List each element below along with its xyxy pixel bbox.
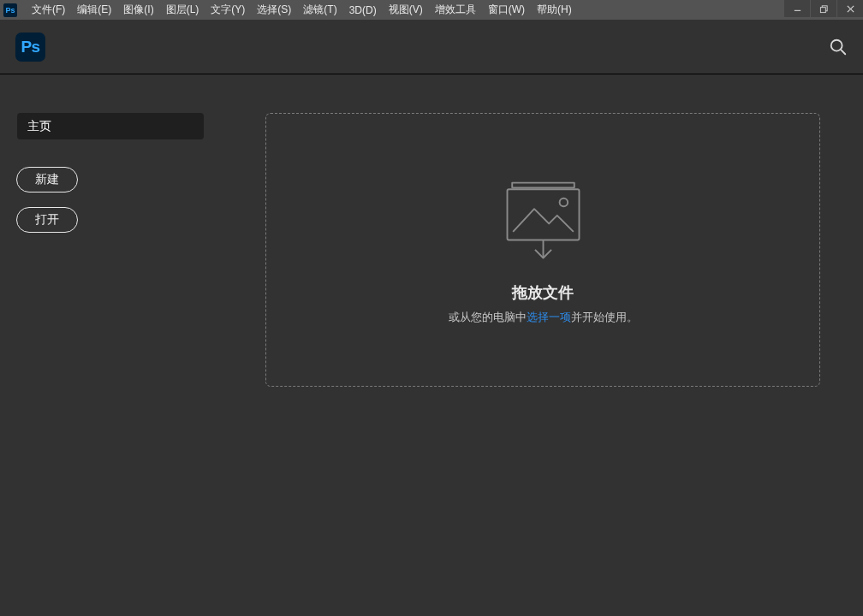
search-button[interactable]	[829, 38, 848, 56]
drop-sub-suffix: 并开始使用。	[571, 311, 638, 323]
main-area: 主页 新建 打开	[0, 74, 863, 616]
menu-select[interactable]: 选择(S)	[251, 0, 297, 20]
menu-view[interactable]: 视图(V)	[383, 0, 429, 20]
drop-file-icon	[498, 175, 588, 267]
drop-zone[interactable]: 拖放文件 或从您的电脑中选择一项并开始使用。	[265, 113, 820, 387]
menu-edit[interactable]: 编辑(E)	[71, 0, 117, 20]
content-area: 拖放文件 或从您的电脑中选择一项并开始使用。	[205, 74, 863, 616]
search-icon	[829, 38, 848, 56]
svg-line-6	[841, 50, 845, 54]
menu-window[interactable]: 窗口(W)	[482, 0, 531, 20]
menu-plugins[interactable]: 增效工具	[429, 0, 482, 20]
close-icon	[846, 4, 855, 14]
minimize-button[interactable]	[784, 0, 810, 17]
menubar-ps-icon: Ps	[3, 3, 17, 17]
menu-file[interactable]: 文件(F)	[26, 0, 71, 20]
menu-type[interactable]: 文字(Y)	[205, 0, 251, 20]
maximize-button[interactable]	[811, 0, 836, 17]
menu-3d[interactable]: 3D(D)	[343, 2, 383, 19]
ps-logo[interactable]: Ps	[15, 33, 45, 62]
close-button[interactable]	[837, 0, 863, 17]
subheader: Ps	[0, 20, 863, 74]
svg-rect-8	[507, 189, 579, 240]
new-button-label: 新建	[35, 172, 59, 187]
menu-bar: Ps 文件(F) 编辑(E) 图像(I) 图层(L) 文字(Y) 选择(S) 滤…	[0, 0, 863, 20]
open-button[interactable]: 打开	[16, 207, 78, 233]
sidebar-buttons: 新建 打开	[16, 167, 188, 233]
drop-title: 拖放文件	[512, 282, 574, 303]
svg-rect-7	[512, 182, 574, 187]
home-tab[interactable]: 主页	[17, 113, 204, 139]
svg-rect-2	[820, 7, 825, 12]
drop-subtitle: 或从您的电脑中选择一项并开始使用。	[449, 310, 638, 325]
maximize-icon	[819, 4, 829, 14]
new-button[interactable]: 新建	[16, 167, 78, 192]
open-button-label: 打开	[35, 212, 59, 228]
menu-filter[interactable]: 滤镜(T)	[297, 0, 342, 20]
window-controls	[783, 0, 863, 17]
menu-layer[interactable]: 图层(L)	[160, 0, 205, 20]
drop-select-link[interactable]: 选择一项	[527, 311, 571, 323]
drop-sub-prefix: 或从您的电脑中	[449, 311, 527, 323]
minimize-icon	[793, 4, 802, 14]
sidebar: 主页 新建 打开	[0, 74, 205, 616]
menu-image[interactable]: 图像(I)	[117, 0, 159, 20]
svg-point-9	[559, 198, 568, 206]
menu-help[interactable]: 帮助(H)	[531, 0, 578, 20]
home-tab-label: 主页	[27, 119, 51, 134]
